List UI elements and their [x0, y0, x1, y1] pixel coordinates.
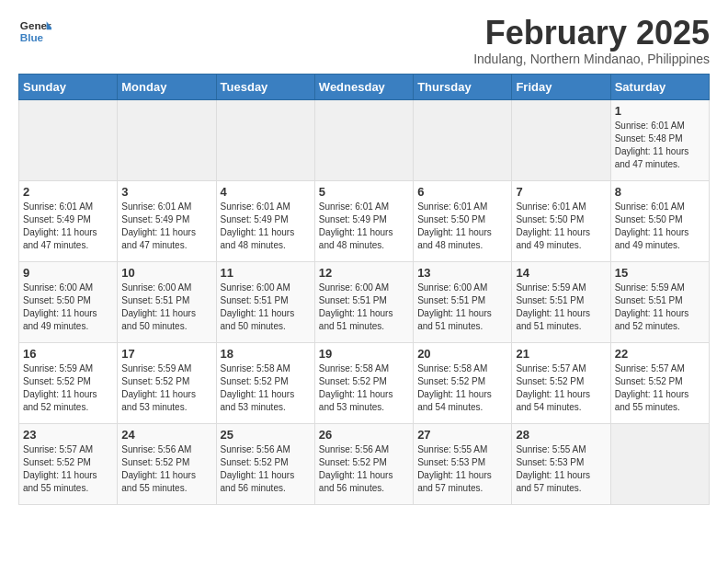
day-number: 18: [221, 347, 311, 361]
day-info: Sunrise: 6:01 AM Sunset: 5:49 PM Dayligh…: [23, 201, 113, 252]
calendar-week-row: 23Sunrise: 5:57 AM Sunset: 5:52 PM Dayli…: [19, 423, 710, 504]
calendar-week-row: 1Sunrise: 6:01 AM Sunset: 5:48 PM Daylig…: [19, 99, 710, 180]
calendar-cell: 25Sunrise: 5:56 AM Sunset: 5:52 PM Dayli…: [216, 423, 314, 504]
calendar-cell: 14Sunrise: 5:59 AM Sunset: 5:51 PM Dayli…: [512, 261, 610, 342]
day-number: 28: [516, 428, 606, 442]
calendar-cell: 22Sunrise: 5:57 AM Sunset: 5:52 PM Dayli…: [610, 342, 709, 423]
day-info: Sunrise: 6:00 AM Sunset: 5:51 PM Dayligh…: [417, 282, 507, 333]
day-number: 15: [615, 266, 705, 280]
calendar-cell: [414, 99, 512, 180]
day-info: Sunrise: 6:00 AM Sunset: 5:51 PM Dayligh…: [221, 282, 311, 333]
day-number: 17: [121, 347, 211, 361]
day-info: Sunrise: 6:00 AM Sunset: 5:51 PM Dayligh…: [319, 282, 409, 333]
calendar-subtitle: Indulang, Northern Mindanao, Philippines: [473, 52, 710, 66]
day-info: Sunrise: 6:00 AM Sunset: 5:50 PM Dayligh…: [23, 282, 113, 333]
day-number: 6: [417, 185, 507, 199]
day-number: 24: [121, 428, 211, 442]
day-info: Sunrise: 5:59 AM Sunset: 5:51 PM Dayligh…: [615, 282, 705, 333]
calendar-cell: [314, 99, 413, 180]
calendar-body: 1Sunrise: 6:01 AM Sunset: 5:48 PM Daylig…: [19, 99, 710, 504]
day-number: 9: [23, 266, 113, 280]
calendar-cell: 1Sunrise: 6:01 AM Sunset: 5:48 PM Daylig…: [610, 99, 709, 180]
calendar-cell: 24Sunrise: 5:56 AM Sunset: 5:52 PM Dayli…: [118, 423, 216, 504]
day-number: 11: [221, 266, 311, 280]
calendar-cell: 6Sunrise: 6:01 AM Sunset: 5:50 PM Daylig…: [414, 180, 512, 261]
day-number: 21: [516, 347, 606, 361]
calendar-cell: 7Sunrise: 6:01 AM Sunset: 5:50 PM Daylig…: [512, 180, 610, 261]
header: GeneralBlue February 2025 Indulang, Nort…: [18, 15, 710, 66]
header-day-saturday: Saturday: [610, 74, 709, 99]
day-number: 14: [516, 266, 606, 280]
day-number: 16: [23, 347, 113, 361]
calendar-cell: 10Sunrise: 6:00 AM Sunset: 5:51 PM Dayli…: [118, 261, 216, 342]
day-number: 23: [23, 428, 113, 442]
day-info: Sunrise: 5:57 AM Sunset: 5:52 PM Dayligh…: [516, 362, 606, 414]
day-info: Sunrise: 5:58 AM Sunset: 5:52 PM Dayligh…: [221, 362, 311, 414]
calendar-cell: 15Sunrise: 5:59 AM Sunset: 5:51 PM Dayli…: [610, 261, 709, 342]
day-info: Sunrise: 6:01 AM Sunset: 5:49 PM Dayligh…: [221, 201, 311, 252]
day-number: 19: [319, 347, 409, 361]
day-number: 22: [615, 347, 705, 361]
day-info: Sunrise: 6:01 AM Sunset: 5:50 PM Dayligh…: [516, 201, 606, 252]
calendar-cell: [610, 423, 709, 504]
day-info: Sunrise: 5:57 AM Sunset: 5:52 PM Dayligh…: [615, 362, 705, 414]
header-day-thursday: Thursday: [414, 74, 512, 99]
calendar-cell: [19, 99, 118, 180]
calendar-cell: [512, 99, 610, 180]
calendar-cell: 26Sunrise: 5:56 AM Sunset: 5:52 PM Dayli…: [314, 423, 413, 504]
day-info: Sunrise: 6:01 AM Sunset: 5:49 PM Dayligh…: [319, 201, 409, 252]
calendar-cell: 12Sunrise: 6:00 AM Sunset: 5:51 PM Dayli…: [314, 261, 413, 342]
day-info: Sunrise: 5:57 AM Sunset: 5:52 PM Dayligh…: [23, 443, 113, 495]
day-info: Sunrise: 6:01 AM Sunset: 5:48 PM Dayligh…: [615, 120, 705, 171]
day-number: 10: [121, 266, 211, 280]
calendar-cell: 11Sunrise: 6:00 AM Sunset: 5:51 PM Dayli…: [216, 261, 314, 342]
logo-icon: GeneralBlue: [18, 15, 51, 48]
day-number: 1: [615, 104, 705, 118]
calendar-header: SundayMondayTuesdayWednesdayThursdayFrid…: [19, 74, 710, 99]
calendar-title: February 2025: [473, 15, 710, 52]
day-info: Sunrise: 5:59 AM Sunset: 5:51 PM Dayligh…: [516, 282, 606, 333]
day-info: Sunrise: 5:55 AM Sunset: 5:53 PM Dayligh…: [417, 443, 507, 495]
calendar-cell: 16Sunrise: 5:59 AM Sunset: 5:52 PM Dayli…: [19, 342, 118, 423]
calendar-cell: 13Sunrise: 6:00 AM Sunset: 5:51 PM Dayli…: [414, 261, 512, 342]
calendar-cell: 20Sunrise: 5:58 AM Sunset: 5:52 PM Dayli…: [414, 342, 512, 423]
day-number: 4: [221, 185, 311, 199]
calendar-cell: 28Sunrise: 5:55 AM Sunset: 5:53 PM Dayli…: [512, 423, 610, 504]
header-day-monday: Monday: [118, 74, 216, 99]
calendar-cell: 5Sunrise: 6:01 AM Sunset: 5:49 PM Daylig…: [314, 180, 413, 261]
header-row: SundayMondayTuesdayWednesdayThursdayFrid…: [19, 74, 710, 99]
calendar-cell: 8Sunrise: 6:01 AM Sunset: 5:50 PM Daylig…: [610, 180, 709, 261]
header-day-tuesday: Tuesday: [216, 74, 314, 99]
day-info: Sunrise: 5:55 AM Sunset: 5:53 PM Dayligh…: [516, 443, 606, 495]
day-number: 20: [417, 347, 507, 361]
logo: GeneralBlue: [18, 15, 51, 48]
day-info: Sunrise: 5:56 AM Sunset: 5:52 PM Dayligh…: [319, 443, 409, 495]
day-number: 25: [221, 428, 311, 442]
calendar-cell: 23Sunrise: 5:57 AM Sunset: 5:52 PM Dayli…: [19, 423, 118, 504]
day-info: Sunrise: 5:56 AM Sunset: 5:52 PM Dayligh…: [121, 443, 211, 495]
calendar-cell: 27Sunrise: 5:55 AM Sunset: 5:53 PM Dayli…: [414, 423, 512, 504]
day-info: Sunrise: 5:58 AM Sunset: 5:52 PM Dayligh…: [319, 362, 409, 414]
day-info: Sunrise: 6:01 AM Sunset: 5:50 PM Dayligh…: [615, 201, 705, 252]
day-number: 12: [319, 266, 409, 280]
day-number: 2: [23, 185, 113, 199]
calendar-week-row: 16Sunrise: 5:59 AM Sunset: 5:52 PM Dayli…: [19, 342, 710, 423]
calendar-cell: 21Sunrise: 5:57 AM Sunset: 5:52 PM Dayli…: [512, 342, 610, 423]
day-info: Sunrise: 6:01 AM Sunset: 5:50 PM Dayligh…: [417, 201, 507, 252]
day-info: Sunrise: 5:58 AM Sunset: 5:52 PM Dayligh…: [417, 362, 507, 414]
calendar-cell: 18Sunrise: 5:58 AM Sunset: 5:52 PM Dayli…: [216, 342, 314, 423]
calendar-cell: 9Sunrise: 6:00 AM Sunset: 5:50 PM Daylig…: [19, 261, 118, 342]
day-info: Sunrise: 6:01 AM Sunset: 5:49 PM Dayligh…: [121, 201, 211, 252]
calendar-cell: 19Sunrise: 5:58 AM Sunset: 5:52 PM Dayli…: [314, 342, 413, 423]
header-day-friday: Friday: [512, 74, 610, 99]
calendar-week-row: 9Sunrise: 6:00 AM Sunset: 5:50 PM Daylig…: [19, 261, 710, 342]
page: GeneralBlue February 2025 Indulang, Nort…: [0, 0, 728, 520]
calendar-cell: 2Sunrise: 6:01 AM Sunset: 5:49 PM Daylig…: [19, 180, 118, 261]
day-number: 3: [121, 185, 211, 199]
svg-text:Blue: Blue: [20, 31, 44, 43]
calendar-week-row: 2Sunrise: 6:01 AM Sunset: 5:49 PM Daylig…: [19, 180, 710, 261]
day-number: 26: [319, 428, 409, 442]
day-info: Sunrise: 6:00 AM Sunset: 5:51 PM Dayligh…: [121, 282, 211, 333]
calendar-cell: 17Sunrise: 5:59 AM Sunset: 5:52 PM Dayli…: [118, 342, 216, 423]
header-day-sunday: Sunday: [19, 74, 118, 99]
